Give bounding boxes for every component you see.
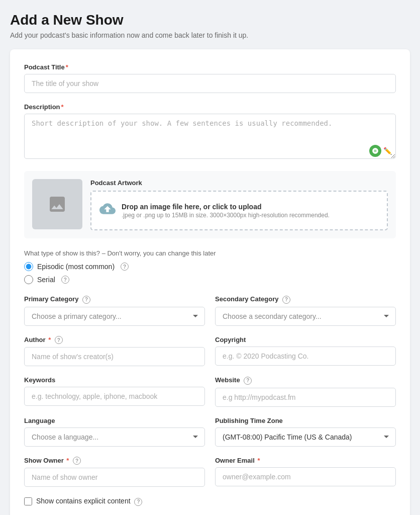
upload-cloud-icon <box>99 201 116 220</box>
radio-serial-label: Serial <box>37 276 55 284</box>
explicit-content-checkbox[interactable] <box>24 497 32 505</box>
upload-primary-text: Drop an image file here, or click to upl… <box>122 203 330 211</box>
upload-secondary-text: .jpeg or .png up to 15MB in size. 3000×3… <box>122 212 330 219</box>
timezone-select[interactable]: (GMT-08:00) Pacific Time (US & Canada) <box>215 427 396 447</box>
owner-email-label: Owner Email * <box>215 457 396 464</box>
artwork-section: Podcast Artwork Drop an image file here,… <box>24 171 396 238</box>
upload-dropzone[interactable]: Drop an image file here, or click to upl… <box>90 191 388 230</box>
show-owner-input[interactable] <box>24 468 205 487</box>
artwork-preview <box>32 179 82 229</box>
page-subtitle: Add your podcast's basic information now… <box>10 31 410 39</box>
keywords-website-row: Keywords Website ? <box>24 376 396 407</box>
podcast-title-input[interactable] <box>24 74 396 93</box>
page-title: Add a New Show <box>10 12 410 28</box>
required-star: * <box>66 63 68 71</box>
description-textarea[interactable] <box>24 114 396 159</box>
show-owner-help-icon[interactable]: ? <box>73 457 81 465</box>
edit-pencil-icon[interactable]: ✏️ <box>383 147 392 155</box>
language-timezone-row: Language Choose a language... Publishing… <box>24 417 396 447</box>
podcast-title-label: Podcast Title* <box>24 63 396 71</box>
copyright-label: Copyright <box>215 336 396 344</box>
serial-help-icon[interactable]: ? <box>61 276 69 284</box>
author-input[interactable] <box>24 347 205 366</box>
website-label: Website ? <box>215 376 396 385</box>
owner-email-row: Show Owner * ? Owner Email * <box>24 457 396 487</box>
podcast-title-group: Podcast Title* <box>24 63 396 93</box>
textarea-wrapper: ✏️ <box>24 114 396 161</box>
required-star-owner: * <box>66 457 69 464</box>
required-star-author: * <box>48 336 51 344</box>
show-type-section: What type of show is this? – Don't worry… <box>24 249 396 284</box>
author-help-icon[interactable]: ? <box>55 336 63 344</box>
radio-episodic[interactable]: Episodic (most common) ? <box>24 262 396 271</box>
artwork-upload-area: Podcast Artwork Drop an image file here,… <box>90 179 388 230</box>
website-group: Website ? <box>215 376 396 407</box>
explicit-content-wrapper: Show contains explicit content ? <box>24 497 396 505</box>
website-help-icon[interactable]: ? <box>244 377 252 385</box>
primary-category-label: Primary Category ? <box>24 295 205 304</box>
language-select[interactable]: Choose a language... <box>24 427 205 447</box>
owner-email-group: Owner Email * <box>215 457 396 487</box>
website-input[interactable] <box>215 388 396 407</box>
language-label: Language <box>24 417 205 424</box>
radio-episodic-label: Episodic (most common) <box>37 263 115 271</box>
timezone-label: Publishing Time Zone <box>215 417 396 424</box>
show-owner-label: Show Owner * ? <box>24 457 205 465</box>
keywords-input[interactable] <box>24 387 205 406</box>
show-type-question: What type of show is this? – Don't worry… <box>24 249 396 257</box>
copyright-group: Copyright <box>215 336 396 367</box>
episodic-help-icon[interactable]: ? <box>121 263 129 271</box>
required-star-desc: * <box>61 103 64 111</box>
timezone-group: Publishing Time Zone (GMT-08:00) Pacific… <box>215 417 396 447</box>
category-row: Primary Category ? Choose a primary cate… <box>24 295 396 326</box>
author-copyright-row: Author * ? Copyright <box>24 336 396 367</box>
primary-category-help-icon[interactable]: ? <box>82 296 90 304</box>
copyright-input[interactable] <box>215 347 396 366</box>
description-label: Description* <box>24 103 396 111</box>
radio-serial-input[interactable] <box>24 275 33 284</box>
textarea-icons: ✏️ <box>369 145 392 157</box>
upload-text: Drop an image file here, or click to upl… <box>122 203 330 219</box>
primary-category-select[interactable]: Choose a primary category... <box>24 307 205 326</box>
secondary-category-select[interactable]: Choose a secondary category... <box>215 307 396 326</box>
required-star-email: * <box>257 457 260 464</box>
artwork-label: Podcast Artwork <box>90 179 388 187</box>
description-group: Description* ✏️ <box>24 103 396 161</box>
show-owner-group: Show Owner * ? <box>24 457 205 487</box>
keywords-group: Keywords <box>24 376 205 407</box>
image-placeholder-icon <box>47 194 67 214</box>
owner-email-input[interactable] <box>215 467 396 486</box>
language-group: Language Choose a language... <box>24 417 205 447</box>
form-card: Podcast Title* Description* ✏️ <box>10 49 410 515</box>
secondary-category-group: Secondary Category ? Choose a secondary … <box>215 295 396 326</box>
secondary-category-label: Secondary Category ? <box>215 295 396 304</box>
primary-category-group: Primary Category ? Choose a primary cate… <box>24 295 205 326</box>
author-label: Author * ? <box>24 336 205 345</box>
keywords-label: Keywords <box>24 376 205 384</box>
radio-episodic-input[interactable] <box>24 262 33 271</box>
ai-generate-icon[interactable] <box>369 145 381 157</box>
author-group: Author * ? <box>24 336 205 367</box>
explicit-help-icon[interactable]: ? <box>134 498 142 506</box>
secondary-category-help-icon[interactable]: ? <box>282 296 290 304</box>
radio-serial[interactable]: Serial ? <box>24 275 396 284</box>
explicit-content-label[interactable]: Show contains explicit content ? <box>36 497 142 505</box>
